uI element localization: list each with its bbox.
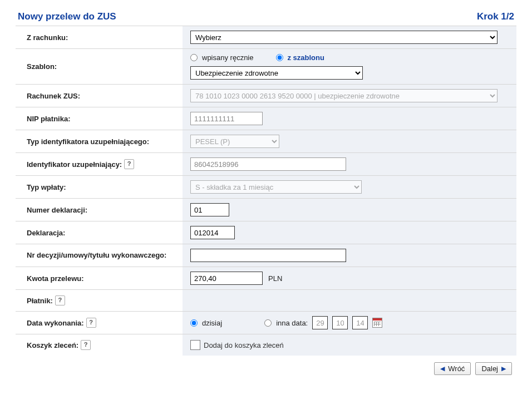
calendar-icon[interactable] xyxy=(372,318,382,328)
label-typ-wplaty: Typ wpłaty: xyxy=(16,176,183,198)
next-button[interactable]: Dalej ▶ xyxy=(475,362,512,375)
radio-dzisiaj[interactable]: dzisiaj xyxy=(190,319,222,327)
radio-wpisany-recznie-input[interactable] xyxy=(190,54,198,61)
label-data-wykonania-text: Data wykonania: xyxy=(27,319,84,327)
z-rachunku-select[interactable]: Wybierz xyxy=(190,31,497,44)
radio-z-szablonu-label: z szablonu xyxy=(288,53,324,62)
id-uzup-input[interactable] xyxy=(190,157,346,171)
label-koszyk: Koszyk zleceń: ? xyxy=(16,334,183,356)
label-numer-deklaracji: Numer deklaracji: xyxy=(16,199,183,221)
radio-wpisany-recznie-label: wpisany ręcznie xyxy=(202,53,254,62)
label-data-wykonania: Data wykonania: ? xyxy=(16,312,183,334)
help-icon[interactable]: ? xyxy=(55,295,65,305)
page-title: Nowy przelew do ZUS xyxy=(18,11,116,22)
label-kwota: Kwota przelewu: xyxy=(16,267,183,289)
label-deklaracja: Deklaracja: xyxy=(16,221,183,244)
zus-transfer-form: Nowy przelew do ZUS Krok 1/2 Z rachunku:… xyxy=(16,11,516,375)
label-platnik-text: Płatnik: xyxy=(27,297,53,305)
label-szablon: Szablon: xyxy=(16,49,183,84)
koszyk-checkbox[interactable]: Dodaj do koszyka zleceń xyxy=(190,340,284,350)
label-nr-decyzji: Nr decyzji/umowy/tytułu wykonawczego: xyxy=(16,244,183,267)
radio-inna-data-label: inna data: xyxy=(276,319,308,327)
kwota-input[interactable] xyxy=(190,272,263,285)
label-nip: NIP płatnika: xyxy=(16,107,183,130)
typ-wplaty-select: S - składka za 1 miesiąc xyxy=(190,180,362,194)
label-typ-id-uzup: Typ identyfikatora uzupełniającego: xyxy=(16,130,183,152)
back-button-label: Wróć xyxy=(448,364,465,373)
rachunek-zus-select: 78 1010 1023 0000 2613 9520 0000 | ubezp… xyxy=(190,89,497,102)
arrow-left-icon: ◀ xyxy=(440,365,445,372)
help-icon[interactable]: ? xyxy=(124,159,134,169)
nr-decyzji-input[interactable] xyxy=(190,249,346,262)
label-platnik: Płatnik: ? xyxy=(16,290,183,311)
typ-id-uzup-select: PESEL (P) xyxy=(190,135,279,148)
help-icon[interactable]: ? xyxy=(86,318,96,328)
deklaracja-input[interactable] xyxy=(190,226,235,239)
koszyk-checkbox-label: Dodaj do koszyka zleceń xyxy=(204,341,284,349)
nip-input[interactable] xyxy=(190,112,263,125)
szablon-select[interactable]: Ubezpieczenie zdrowotne xyxy=(190,66,363,80)
label-id-uzup-text: Identyfikator uzupełniający: xyxy=(27,160,122,169)
radio-z-szablonu-input[interactable] xyxy=(276,54,283,61)
date-month-input[interactable] xyxy=(332,316,348,329)
back-button[interactable]: ◀ Wróć xyxy=(434,362,471,375)
radio-dzisiaj-label: dzisiaj xyxy=(202,319,222,327)
arrow-right-icon: ▶ xyxy=(501,365,506,372)
numer-deklaracji-input[interactable] xyxy=(190,203,229,216)
label-koszyk-text: Koszyk zleceń: xyxy=(27,341,78,349)
help-icon[interactable]: ? xyxy=(81,340,91,350)
footer-buttons: ◀ Wróć Dalej ▶ xyxy=(16,356,516,375)
label-id-uzup: Identyfikator uzupełniający: ? xyxy=(16,153,183,175)
radio-inna-data[interactable]: inna data: xyxy=(264,319,308,327)
label-z-rachunku: Z rachunku: xyxy=(16,26,183,48)
radio-z-szablonu[interactable]: z szablonu xyxy=(276,53,324,62)
date-year-input[interactable] xyxy=(352,316,368,329)
checkbox-box-icon xyxy=(190,340,200,350)
radio-wpisany-recznie[interactable]: wpisany ręcznie xyxy=(190,53,254,62)
next-button-label: Dalej xyxy=(481,364,498,373)
currency-label: PLN xyxy=(268,274,282,283)
form-header: Nowy przelew do ZUS Krok 1/2 xyxy=(16,11,516,26)
date-day-input[interactable] xyxy=(312,316,328,329)
step-indicator: Krok 1/2 xyxy=(477,11,514,22)
label-rachunek-zus: Rachunek ZUS: xyxy=(16,85,183,107)
radio-inna-data-input[interactable] xyxy=(264,319,272,327)
radio-dzisiaj-input[interactable] xyxy=(190,319,198,327)
